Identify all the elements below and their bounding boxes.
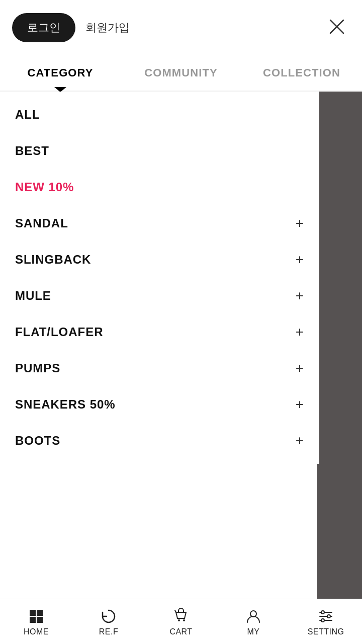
cart-icon (172, 607, 190, 625)
bottom-nav-my[interactable]: MY (217, 603, 290, 640)
menu-item-mule[interactable]: MULE + (0, 278, 319, 314)
menu-item-flat-loafer[interactable]: FLAT/LOAFER + (0, 314, 319, 350)
svg-rect-2 (30, 610, 36, 616)
menu-list: ALL BEST NEW 10% SANDAL + SLINGBACK + MU… (0, 92, 319, 464)
tab-community[interactable]: COMMUNITY (121, 55, 241, 91)
register-link[interactable]: 회원가입 (85, 20, 314, 35)
expand-icon: + (296, 434, 304, 448)
menu-item-sandal[interactable]: SANDAL + (0, 205, 319, 242)
svg-point-13 (327, 615, 330, 618)
menu-item-slingback[interactable]: SLINGBACK + (0, 242, 319, 278)
tab-category[interactable]: CATEGORY (0, 55, 121, 91)
menu-item-new[interactable]: NEW 10% (0, 169, 319, 205)
menu-item-best[interactable]: BEST (0, 133, 319, 169)
svg-point-6 (178, 619, 180, 621)
right-panel: 0 회원가입 (317, 0, 362, 644)
close-button[interactable] (324, 14, 350, 42)
svg-rect-5 (37, 617, 43, 623)
bottom-nav-setting[interactable]: SETTING (290, 603, 362, 640)
expand-icon: + (296, 397, 304, 412)
home-icon (27, 607, 45, 625)
menu-item-boots[interactable]: BOOTS + (0, 423, 319, 459)
expand-icon: + (296, 253, 304, 267)
tab-collection[interactable]: COLLECTION (241, 55, 362, 91)
nav-tabs: CATEGORY COMMUNITY COLLECTION (0, 55, 362, 92)
ref-icon (100, 607, 118, 625)
menu-item-sneakers[interactable]: SNEAKERS 50% + (0, 386, 319, 423)
ref-label: RE.F (99, 627, 118, 636)
expand-icon: + (296, 325, 304, 339)
header: 로그인 회원가입 (0, 0, 362, 55)
menu-item-all[interactable]: ALL (0, 97, 319, 133)
svg-rect-4 (30, 617, 36, 623)
setting-label: SETTING (308, 627, 344, 636)
my-icon (244, 607, 262, 625)
bottom-nav-cart[interactable]: CART (145, 603, 217, 640)
svg-point-7 (183, 619, 185, 621)
menu-item-pumps[interactable]: PUMPS + (0, 350, 319, 386)
expand-icon: + (296, 361, 304, 375)
home-label: HOME (24, 627, 49, 636)
setting-icon (317, 607, 335, 625)
expand-icon: + (296, 216, 304, 230)
svg-point-12 (321, 611, 324, 614)
my-label: MY (247, 627, 260, 636)
svg-rect-3 (37, 610, 43, 616)
bottom-nav-ref[interactable]: RE.F (72, 603, 145, 640)
cart-label: CART (169, 627, 192, 636)
svg-point-14 (321, 619, 324, 622)
expand-icon: + (296, 289, 304, 303)
bottom-nav: HOME RE.F CART (0, 599, 362, 644)
bottom-nav-home[interactable]: HOME (0, 603, 72, 640)
login-button[interactable]: 로그인 (12, 13, 75, 42)
